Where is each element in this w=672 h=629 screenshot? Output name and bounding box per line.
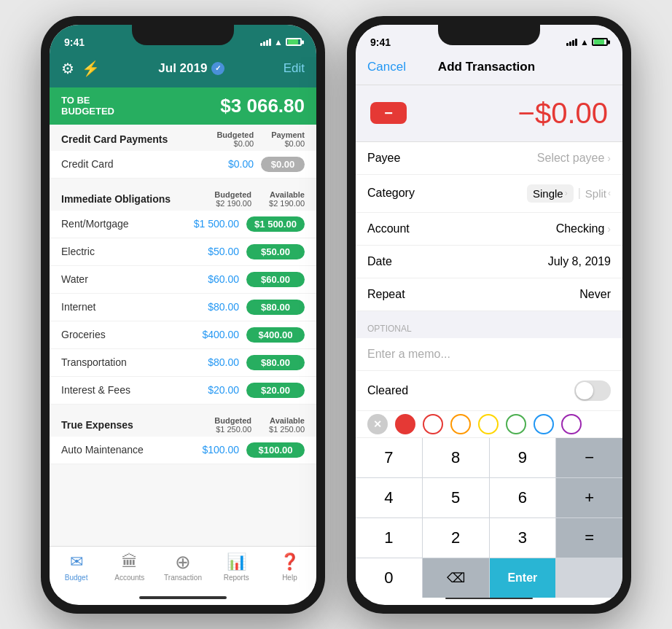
tab-accounts[interactable]: 🏛 Accounts — [103, 552, 156, 582]
key-8[interactable]: 8 — [423, 438, 489, 477]
key-5[interactable]: 5 — [423, 478, 489, 517]
repeat-value: Never — [579, 288, 611, 301]
amount-toggle-button[interactable]: − — [370, 102, 407, 124]
key-backspace[interactable]: ⌫ — [423, 558, 489, 598]
cancel-button[interactable]: Cancel — [367, 60, 406, 74]
budget-icon: ✉ — [70, 552, 83, 571]
accounts-icon: 🏛 — [122, 552, 138, 571]
tbb-bar: TO BEBUDGETED $3 066.80 — [50, 87, 316, 125]
table-row[interactable]: Interest & Fees $20.00 $20.00 — [50, 377, 316, 405]
category-row[interactable]: Category Single › | Split ‹ — [356, 175, 622, 213]
tbb-amount: $3 066.80 — [220, 95, 305, 117]
tab-transaction-label: Transaction — [164, 574, 202, 582]
flag-red[interactable] — [395, 414, 415, 434]
category-options: Single › | Split ‹ — [527, 184, 611, 203]
table-row[interactable]: Rent/Mortgage $1 500.00 $1 500.00 — [50, 211, 316, 238]
flag-yellow[interactable] — [478, 414, 499, 434]
key-equals[interactable]: = — [556, 518, 622, 558]
budget-month-title: Jul 2019 — [158, 61, 207, 76]
home-indicator-left — [139, 596, 227, 599]
tab-transaction[interactable]: ⊕ Transaction — [156, 552, 209, 582]
memo-placeholder: Enter a memo... — [367, 348, 450, 360]
cleared-row: Cleared — [356, 371, 622, 411]
table-row[interactable]: Electric $50.00 $50.00 — [50, 238, 316, 266]
tab-budget[interactable]: ✉ Budget — [50, 552, 103, 582]
key-2[interactable]: 2 — [423, 518, 489, 558]
table-row[interactable]: Water $60.00 $60.00 — [50, 266, 316, 294]
flag-green[interactable] — [506, 414, 526, 434]
payee-text: Select payee — [537, 152, 605, 165]
repeat-label: Repeat — [367, 288, 405, 301]
tab-budget-label: Budget — [65, 574, 88, 582]
payee-row[interactable]: Payee Select payee › — [356, 142, 622, 175]
cleared-label: Cleared — [367, 384, 408, 397]
cleared-toggle[interactable] — [574, 380, 611, 401]
budget-content: Credit Card Payments Budgeted $0.00 Paym… — [50, 125, 316, 546]
key-0[interactable]: 0 — [356, 558, 422, 598]
key-enter[interactable]: Enter — [490, 558, 556, 598]
group-name-cc: Credit Card Payments — [61, 133, 168, 145]
key-7[interactable]: 7 — [356, 438, 422, 477]
flag-clear-button[interactable]: ✕ — [367, 414, 388, 434]
category-single-option[interactable]: Single › — [527, 184, 574, 203]
account-text: Checking — [556, 222, 605, 235]
tab-reports-label: Reports — [224, 574, 249, 582]
add-transaction-title: Add Transaction — [438, 60, 535, 74]
account-row[interactable]: Account Checking › — [356, 213, 622, 246]
notch — [132, 25, 234, 45]
tab-reports[interactable]: 📊 Reports — [210, 552, 263, 582]
flag-row: ✕ — [356, 411, 622, 438]
table-row[interactable]: Internet $80.00 $80.00 — [50, 294, 316, 321]
status-icons-right: ▲ — [566, 37, 608, 47]
key-9[interactable]: 9 — [490, 438, 556, 477]
key-1[interactable]: 1 — [356, 518, 422, 558]
split-chevron: ‹ — [608, 188, 611, 198]
table-row[interactable]: Credit Card $0.00 $0.00 — [50, 151, 316, 179]
tab-help-label: Help — [282, 574, 297, 582]
tab-bar-left: ✉ Budget 🏛 Accounts ⊕ Transaction 📊 Repo… — [50, 546, 316, 596]
wifi-icon: ▲ — [274, 37, 283, 47]
status-time-right: 9:41 — [370, 36, 391, 48]
date-label: Date — [367, 255, 392, 268]
check-badge: ✓ — [211, 62, 224, 75]
account-chevron: › — [607, 223, 611, 235]
flag-orange[interactable] — [450, 414, 471, 434]
gear-icon[interactable]: ⚙ — [61, 60, 74, 77]
category-label: Category — [367, 187, 415, 200]
transaction-icon: ⊕ — [175, 552, 191, 571]
date-row[interactable]: Date July 8, 2019 — [356, 246, 622, 278]
flag-purple[interactable] — [561, 414, 582, 434]
right-phone: 9:41 ▲ Cancel Add Transaction — [347, 16, 631, 614]
tbb-label: TO BEBUDGETED — [61, 95, 114, 117]
table-row[interactable]: Groceries $400.00 $400.00 — [50, 321, 316, 349]
table-row[interactable]: Transportation $80.00 $80.00 — [50, 349, 316, 377]
budget-header-center: Jul 2019 ✓ — [158, 61, 224, 76]
key-4[interactable]: 4 — [356, 478, 422, 517]
flag-orange-red[interactable] — [423, 414, 443, 434]
numpad: 7 8 9 − 4 5 6 + 1 2 3 = 0 ⌫ Enter — [356, 438, 622, 598]
group-name-te: True Expenses — [61, 419, 133, 431]
payee-value: Select payee › — [537, 152, 611, 165]
account-value: Checking › — [556, 222, 611, 235]
table-row[interactable]: Auto Maintenance $100.00 $100.00 — [50, 437, 316, 464]
bolt-icon[interactable]: ⚡ — [82, 60, 100, 77]
key-plus[interactable]: + — [556, 478, 622, 517]
memo-input[interactable]: Enter a memo... — [356, 338, 622, 371]
amount-area: − −$0.00 — [356, 85, 622, 142]
category-split-option[interactable]: Split ‹ — [585, 187, 611, 200]
optional-label: OPTIONAL — [356, 313, 622, 338]
repeat-row[interactable]: Repeat Never — [356, 278, 622, 311]
reports-icon: 📊 — [227, 552, 246, 571]
key-6[interactable]: 6 — [490, 478, 556, 517]
status-icons-left: ▲ — [260, 37, 302, 47]
edit-button[interactable]: Edit — [284, 61, 305, 76]
help-icon: ❓ — [280, 552, 300, 571]
add-transaction-header: Cancel Add Transaction — [356, 57, 622, 85]
date-text: July 8, 2019 — [548, 255, 611, 268]
tab-help[interactable]: ❓ Help — [263, 552, 316, 582]
payee-label: Payee — [367, 152, 400, 165]
tab-accounts-label: Accounts — [114, 574, 144, 582]
key-minus[interactable]: − — [556, 438, 622, 477]
key-3[interactable]: 3 — [490, 518, 556, 558]
flag-blue[interactable] — [534, 414, 554, 434]
